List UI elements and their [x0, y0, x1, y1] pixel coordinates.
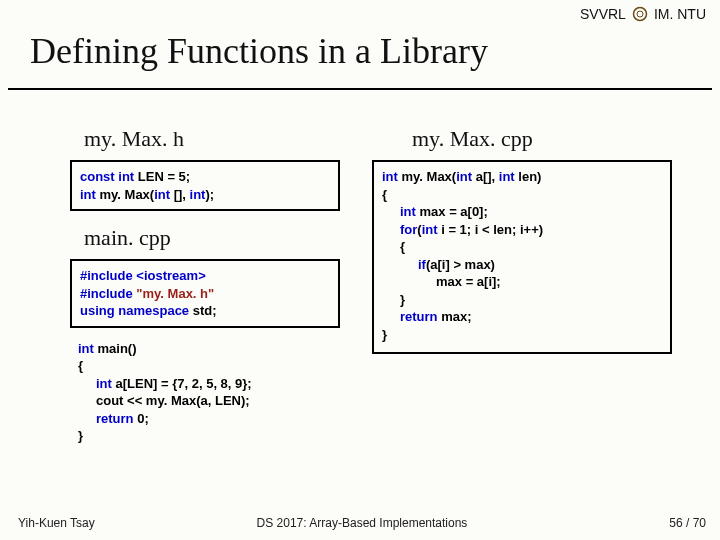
left-column: my. Max. h const int LEN = 5; int my. Ma…	[70, 120, 340, 451]
label-mymax-h: my. Max. h	[84, 126, 340, 152]
label-mymax-cpp: my. Max. cpp	[412, 126, 672, 152]
label-main-cpp: main. cpp	[84, 225, 340, 251]
title-rule	[8, 88, 712, 90]
right-column: my. Max. cpp int my. Max(int a[], int le…	[372, 120, 672, 360]
footer-course: DS 2017: Array-Based Implementations	[247, 516, 476, 530]
slide-title: Defining Functions in a Library	[30, 30, 488, 72]
svg-point-1	[637, 11, 643, 17]
code-main-body: int main() { int a[LEN] = {7, 2, 5, 8, 9…	[70, 334, 340, 451]
header-lab: SVVRL	[580, 6, 626, 22]
code-main-includes: #include <iostream> #include "my. Max. h…	[70, 259, 340, 328]
ntu-seal-icon	[632, 6, 648, 22]
header-dept: IM. NTU	[654, 6, 706, 22]
code-mymax-cpp: int my. Max(int a[], int len) { int max …	[372, 160, 672, 354]
code-mymax-h: const int LEN = 5; int my. Max(int [], i…	[70, 160, 340, 211]
footer-page: 56 / 70	[477, 516, 706, 530]
footer: Yih-Kuen Tsay DS 2017: Array-Based Imple…	[18, 516, 706, 530]
svg-point-0	[633, 8, 646, 21]
footer-author: Yih-Kuen Tsay	[18, 516, 247, 530]
header: SVVRL IM. NTU	[30, 6, 706, 28]
